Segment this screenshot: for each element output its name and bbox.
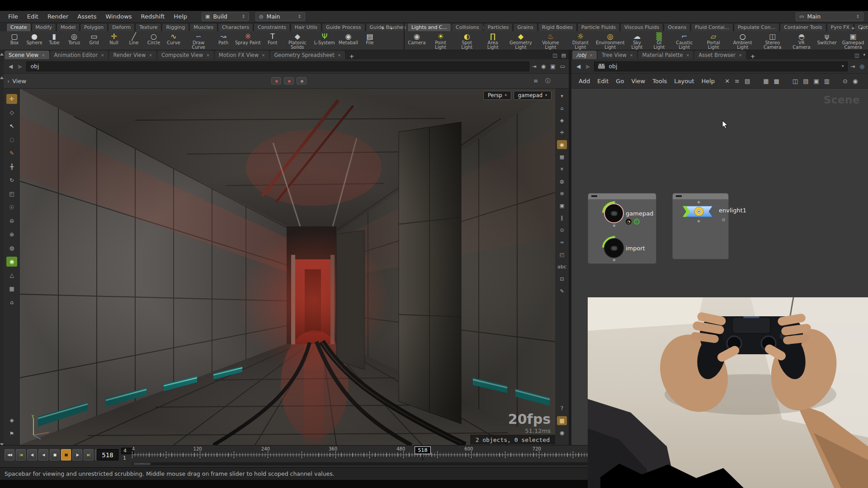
node-output-connector[interactable] [613,258,616,262]
view-tool[interactable]: ◍ [6,243,17,253]
pane-menu-chevron-icon[interactable]: ▾ [863,53,865,58]
tool-font[interactable]: T Font [263,32,283,46]
expand-pane-icon[interactable] [0,53,4,56]
close-icon[interactable]: × [630,53,633,57]
node-label[interactable]: import [626,245,645,252]
menu-item[interactable]: Windows [101,12,137,21]
pin-icon[interactable]: ⇥ [850,64,855,69]
snapshot-button[interactable] [271,77,281,84]
session-selector[interactable]: ▭ Main ⇕ [796,12,863,21]
pane-chevron-icon[interactable]: ▾ [557,91,567,100]
menu-item[interactable]: Add [575,76,594,86]
node-envlight-ribbon[interactable] [682,204,716,219]
add-pane-tab-button[interactable]: + [346,53,357,59]
snapshot-frame-icon[interactable]: ⊡ [557,274,567,283]
hamburger-icon[interactable]: ≡ [533,78,538,84]
flag-tool[interactable]: ⚑ [6,429,17,439]
shelf-tab[interactable]: Viscous Fluids [620,23,663,31]
radar-icon[interactable]: ◎ [860,64,864,69]
tool-point-light[interactable]: ☀ Point Light [427,32,454,50]
tool-curve[interactable]: ∿ Curve [164,32,184,46]
tool-l-system[interactable]: Ψ L-System [312,32,337,46]
pane-menu-icon[interactable]: ▤ [561,53,566,58]
palette-icon[interactable]: ▦ [763,78,769,84]
shelf-tab[interactable]: Constraints [254,23,290,31]
menu-item[interactable]: Tools [649,76,670,86]
shelf-tab[interactable]: Grains [513,23,538,31]
close-icon[interactable]: × [589,53,593,57]
menu-item[interactable]: Edit [23,12,43,21]
close-icon[interactable]: × [206,53,210,57]
projection-button[interactable]: Persp ▾ [483,91,511,100]
tool-geometry-light[interactable]: ◆ Geometry Light [506,32,536,50]
tool-tube[interactable]: ▮ Tube [44,32,64,46]
pivot-icon[interactable]: ◈ [557,116,567,125]
shelf-tab[interactable]: Lights and C... [407,23,451,31]
node-label[interactable]: gamepad [626,210,653,217]
node-import[interactable] [604,238,624,258]
wrench-icon[interactable]: ✕ [725,78,730,84]
shelf-tab[interactable]: Container Tools [780,23,826,31]
tool-spot-light[interactable]: ◐ Spot Light [454,32,480,50]
node-output-connector[interactable] [613,224,616,227]
add-pane-tab-button[interactable]: + [747,53,758,59]
back-icon[interactable]: ◀ [575,64,582,69]
secure-selection-toggle[interactable]: ◉ [6,257,17,267]
node-gamepad[interactable] [604,203,624,223]
tool-platonic-solids[interactable]: ◆ Platonic Solids [283,32,312,50]
help-icon[interactable]: ? [557,404,567,413]
floating-panel-icon[interactable]: ▦ [557,416,567,425]
tool-gamepad-camera[interactable]: ▣ Gamepad Camera [838,32,868,50]
tool-line[interactable]: ╱ Line [124,32,144,46]
handles-tool[interactable]: ✛ [6,94,17,104]
pane-tab[interactable]: /obj × [572,51,597,59]
tool-spray-paint[interactable]: ※ Spray Paint [233,32,263,46]
jump-to-start-button[interactable]: ◀◀ [5,449,14,460]
shelf-tab[interactable]: Particle Fluids [577,23,620,31]
normals-tool[interactable]: △ [6,270,17,280]
eye-icon[interactable]: ◉ [853,78,858,84]
tool-sphere[interactable]: ● Sphere [24,32,44,46]
shelf-tab[interactable]: Muscles [189,23,217,31]
tool-draw-curve[interactable]: ∽ Draw Curve [184,32,213,50]
tool-file[interactable]: ▤ File [360,32,380,46]
node-output-connector[interactable] [697,220,700,223]
edit-tool[interactable]: ◇ [6,108,17,117]
camera-select-button[interactable]: gamepad ▾ [514,91,552,100]
visibility-icon[interactable]: ◉ [557,428,567,437]
close-icon[interactable]: × [42,53,45,57]
shelf-tab[interactable]: Collisions [452,23,483,31]
frame-ruler[interactable]: 4120240360480600720 518 [132,446,588,461]
tool-distant-light[interactable]: ☼ Distant Light [566,32,595,50]
node-input-connector[interactable] [697,201,700,204]
display-monitor-icon[interactable]: ▭ [560,64,565,69]
snapshot-button[interactable] [284,77,294,84]
home-view-tool[interactable]: ⌂ [6,297,17,307]
handle-icon[interactable]: ✛ [557,128,567,137]
select-tool[interactable]: ↖ [6,121,17,131]
shelf-tab[interactable]: Oceans [664,23,690,31]
tool-caustic-light[interactable]: ⌐ Caustic Light [670,32,699,50]
toolbox-icon[interactable]: ▥ [824,78,830,84]
shelf-tab[interactable]: Deform [108,23,135,31]
pane-tab[interactable]: Render View × [109,51,156,59]
network-box-header[interactable] [588,193,656,199]
close-icon[interactable]: × [686,53,690,57]
rotate-tool[interactable]: ↻ [6,175,17,185]
range-scrollbar-handle[interactable]: ··· [133,463,151,465]
list-icon[interactable]: ▤ [745,78,750,84]
menu-item[interactable]: Render [43,12,73,21]
close-icon[interactable]: × [338,53,341,57]
viewport-render[interactable] [20,89,555,445]
crop-icon[interactable]: ◰ [557,250,567,259]
network-box-header[interactable] [673,193,728,199]
next-frame-button[interactable]: |▶ [72,449,82,460]
tool-stereo-camera[interactable]: ◫ Stereo Camera [758,32,788,50]
home-icon[interactable]: ⌂ [557,103,567,113]
tool-sky-light[interactable]: ☁ Sky Light [625,32,649,50]
shading-icon[interactable]: ◍ [557,177,567,186]
brush-tool[interactable]: ✎ [6,148,17,158]
motion-blur-icon[interactable]: ≈ [557,238,567,247]
grid-snap-icon[interactable]: ▦ [557,152,567,161]
tool-ambient-light[interactable]: ○ Ambient Light [728,32,758,50]
